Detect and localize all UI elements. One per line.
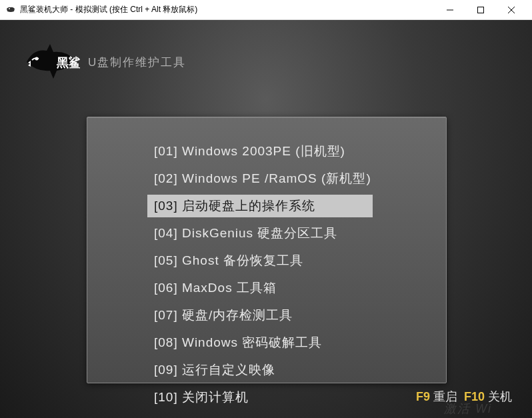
- menu-item-02[interactable]: [02] Windows PE /RamOS (新机型): [87, 167, 446, 190]
- svg-point-0: [9, 8, 10, 9]
- titlebar: 黑鲨装机大师 - 模拟测试 (按住 Ctrl + Alt 释放鼠标): [0, 0, 532, 20]
- menu-item-10[interactable]: [10] 关闭计算机: [87, 386, 446, 409]
- maximize-button[interactable]: [465, 0, 496, 20]
- menu-item-08[interactable]: [08] Windows 密码破解工具: [87, 331, 446, 354]
- menu-item-07[interactable]: [07] 硬盘/内存检测工具: [87, 304, 446, 327]
- menu-item-01[interactable]: [01] Windows 2003PE (旧机型): [87, 140, 446, 163]
- f9-key-label: F9: [416, 390, 430, 403]
- svg-text:黑鲨: 黑鲨: [56, 56, 80, 69]
- logo-subtitle: U盘制作维护工具: [88, 55, 186, 70]
- boot-menu-panel: [01] Windows 2003PE (旧机型) [02] Windows P…: [87, 117, 447, 383]
- window-title: 黑鲨装机大师 - 模拟测试 (按住 Ctrl + Alt 释放鼠标): [20, 4, 435, 15]
- menu-item-04[interactable]: [04] DiskGenius 硬盘分区工具: [87, 222, 446, 245]
- close-button[interactable]: [496, 0, 527, 20]
- logo-area: 黑鲨 U盘制作维护工具: [20, 39, 186, 85]
- windows-activation-watermark: 激活 Wi: [444, 401, 492, 417]
- window-controls: [435, 0, 527, 20]
- main-area: 黑鲨 U盘制作维护工具 [01] Windows 2003PE (旧机型) [0…: [0, 20, 532, 418]
- menu-item-06[interactable]: [06] MaxDos 工具箱: [87, 277, 446, 299]
- app-icon: [5, 5, 16, 15]
- menu-item-05[interactable]: [05] Ghost 备份恢复工具: [87, 249, 446, 272]
- shark-logo-icon: 黑鲨: [20, 39, 80, 85]
- svg-point-5: [35, 57, 39, 61]
- minimize-button[interactable]: [435, 0, 465, 20]
- svg-rect-2: [478, 7, 484, 13]
- menu-item-03[interactable]: [03] 启动硬盘上的操作系统: [147, 195, 373, 217]
- menu-item-09[interactable]: [09] 运行自定义映像: [87, 359, 446, 381]
